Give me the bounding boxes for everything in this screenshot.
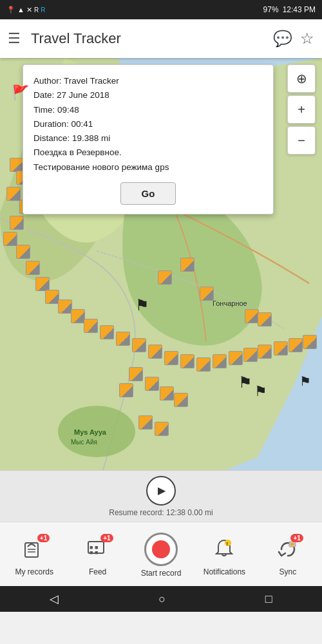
r-icon-2: R	[41, 6, 45, 14]
map-marker	[58, 299, 72, 314]
map-marker	[155, 422, 169, 436]
flag-marker-2: ⚑	[238, 374, 252, 392]
page-title: Travel Tracker	[31, 30, 265, 47]
map-controls: ⊕ + −	[287, 64, 316, 155]
recents-button[interactable]: □	[265, 592, 272, 606]
nav-item-my-records[interactable]: +1 My records	[3, 522, 66, 586]
locate-icon: ⊕	[296, 71, 307, 86]
menu-icon[interactable]: ☰	[8, 30, 21, 47]
zoom-in-icon: +	[298, 102, 305, 117]
battery-text: 97%	[263, 5, 279, 14]
start-record-dot	[152, 540, 170, 558]
svg-text:Mys Ayya: Mys Ayya	[74, 428, 107, 436]
start-record-circle	[144, 533, 178, 566]
map-marker	[289, 338, 303, 352]
svg-rect-5	[25, 543, 38, 557]
feed-icon-wrap: ■ ■ ■ ■ +1	[81, 533, 115, 566]
go-button[interactable]: Go	[120, 182, 176, 205]
map-marker	[138, 415, 153, 430]
start-record-icon-wrap	[143, 531, 179, 567]
flag-marker-4: ⚑	[299, 374, 311, 389]
map-marker	[35, 277, 50, 291]
svg-text:■ ■: ■ ■	[90, 549, 98, 556]
r-icon-1: R	[34, 6, 39, 14]
my-records-badge: +1	[37, 534, 50, 542]
map-area[interactable]: Mys Ayya Мыс Айя Гончарное ⚑ ⚑ ⚑ ⚑ 🚩	[0, 58, 322, 470]
popup-author: Author: Travel Tracker	[33, 74, 263, 88]
feed-label: Feed	[89, 567, 106, 576]
play-icon: ▶	[158, 484, 166, 497]
zoom-out-icon: −	[298, 133, 305, 148]
popup-date: Date: 27 June 2018	[33, 88, 263, 102]
popup-flag-icon: 🚩	[12, 84, 29, 101]
popup-time: Time: 09:48	[33, 103, 263, 117]
map-marker	[174, 393, 188, 407]
status-left-icons: 📍 ▲ ✕ R R	[6, 6, 45, 14]
nav-item-feed[interactable]: ■ ■ ■ ■ +1 Feed	[66, 522, 129, 586]
map-marker	[16, 245, 30, 259]
home-button[interactable]: ○	[158, 592, 166, 606]
flag-marker-1: ⚑	[135, 296, 149, 314]
popup-distance: Distance: 19.388 mi	[33, 131, 263, 146]
map-marker	[129, 367, 143, 381]
svg-rect-14	[290, 543, 294, 545]
popup-note1: Поездка в Резервное.	[33, 146, 263, 160]
chat-icon[interactable]: 💬	[273, 30, 292, 48]
map-marker	[213, 354, 227, 368]
resume-record-text: Resume record: 12:38 0.00 mi	[109, 508, 213, 517]
play-resume-button[interactable]: ▶	[146, 476, 176, 506]
back-button[interactable]: ◁	[50, 592, 59, 606]
flag-marker-3: ⚑	[254, 383, 267, 400]
map-marker	[258, 312, 272, 327]
star-icon[interactable]: ☆	[300, 30, 314, 48]
map-marker	[10, 216, 24, 230]
my-records-label: My records	[15, 567, 53, 576]
map-marker	[258, 345, 272, 359]
zoom-in-button[interactable]: +	[287, 95, 316, 124]
popup-note2: Тестирование нового режима gps	[33, 160, 263, 175]
nav-item-sync[interactable]: +1 Sync	[256, 522, 319, 586]
svg-text:!: !	[227, 540, 229, 546]
map-marker	[6, 187, 21, 201]
nav-item-start-record[interactable]: Start record	[129, 522, 193, 586]
map-marker	[132, 338, 146, 352]
notifications-icon: !	[213, 538, 236, 561]
notifications-label: Notifications	[204, 567, 245, 576]
map-marker	[196, 357, 211, 372]
map-marker	[245, 309, 259, 323]
map-marker	[274, 341, 288, 355]
svg-text:Гончарное: Гончарное	[213, 299, 247, 307]
locate-button[interactable]: ⊕	[287, 64, 316, 93]
map-marker	[243, 348, 258, 362]
nav-item-notifications[interactable]: ! Notifications	[193, 522, 256, 586]
map-marker	[84, 319, 98, 333]
map-marker	[145, 377, 159, 391]
svg-text:Мыс Айя: Мыс Айя	[71, 439, 97, 446]
map-marker	[100, 325, 114, 339]
wifi-icon: ▲	[17, 6, 24, 14]
map-marker	[229, 351, 243, 365]
map-marker	[180, 258, 194, 272]
feed-badge: +1	[100, 534, 113, 542]
map-marker	[3, 232, 17, 246]
sync-badge: +1	[290, 534, 303, 542]
map-marker	[119, 383, 133, 397]
map-marker	[180, 354, 194, 368]
map-marker	[160, 386, 174, 401]
map-marker	[71, 309, 85, 323]
system-nav-bar: ◁ ○ □	[0, 586, 322, 612]
signal-icon: ✕	[26, 6, 32, 14]
map-marker	[116, 332, 130, 346]
map-marker	[303, 335, 317, 349]
zoom-out-button[interactable]: −	[287, 126, 316, 155]
map-marker	[164, 351, 178, 365]
start-record-label: Start record	[141, 569, 182, 578]
map-marker	[26, 261, 40, 275]
map-marker	[10, 158, 24, 172]
notifications-icon-wrap: !	[207, 533, 241, 566]
time-text: 12:43 PM	[283, 5, 316, 14]
info-popup: 🚩 Author: Travel Tracker Date: 27 June 2…	[23, 64, 274, 214]
map-marker	[45, 290, 59, 304]
record-bar: ▶ Resume record: 12:38 0.00 mi	[0, 470, 322, 522]
map-marker	[200, 287, 214, 301]
